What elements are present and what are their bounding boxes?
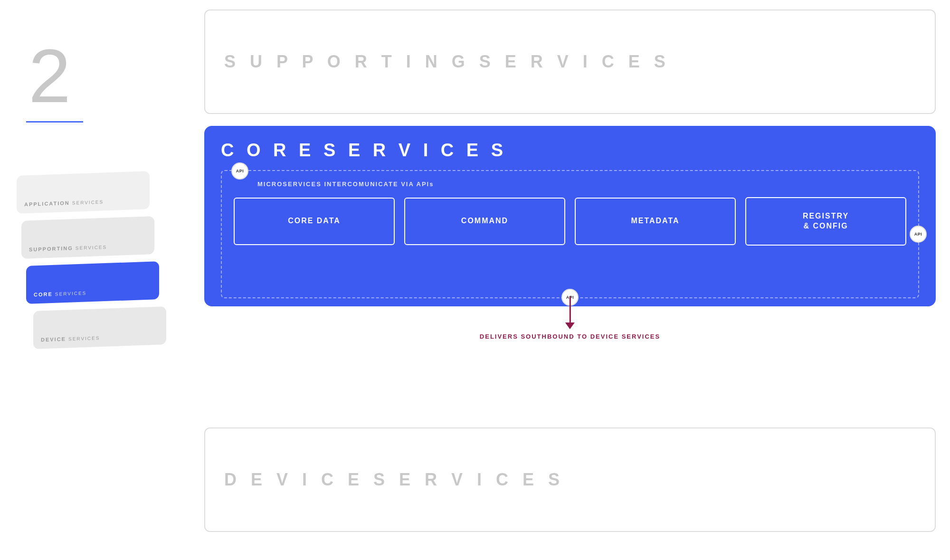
main-area: S U P P O R T I N G S E R V I C E S C O … <box>190 0 950 560</box>
core-services-title: C O R E S E R V I C E S <box>221 140 919 161</box>
card-device: DEVICE SERVICES <box>33 306 166 349</box>
microservices-container: API API API MICROSERVICES INTERCOMUNICAT… <box>221 170 919 298</box>
arrow-line <box>569 296 570 323</box>
card-supporting-label: SUPPORTING SERVICES <box>29 244 107 253</box>
microservices-label: MICROSERVICES INTERCOMUNICATE VIA APIs <box>234 180 906 188</box>
card-supporting: SUPPORTING SERVICES <box>21 216 154 259</box>
service-box-registry-config: REGISTRY& CONFIG <box>745 197 906 246</box>
service-box-command: COMMAND <box>404 198 565 245</box>
api-badge-right: API <box>910 226 927 243</box>
card-core: CORE SERVICES <box>26 261 159 304</box>
api-badge-left: API <box>231 162 248 180</box>
card-application-label: APPLICATION SERVICES <box>24 199 104 208</box>
cards-stack: APPLICATION SERVICES SUPPORTING SERVICES… <box>14 147 176 347</box>
service-box-metadata: METADATA <box>575 198 736 245</box>
services-row: CORE DATA COMMAND METADATA REGISTRY& CON… <box>234 197 906 246</box>
step-underline <box>26 121 83 123</box>
service-box-core-data: CORE DATA <box>234 198 395 245</box>
arrow-head <box>565 323 575 329</box>
supporting-section: S U P P O R T I N G S E R V I C E S <box>204 9 936 114</box>
core-services-box: C O R E S E R V I C E S API API API MICR… <box>204 126 936 306</box>
card-application: APPLICATION SERVICES <box>17 171 150 214</box>
supporting-section-title: S U P P O R T I N G S E R V I C E S <box>224 52 670 72</box>
arrow-label: DELIVERS SOUTHBOUND TO DEVICE SERVICES <box>480 333 660 340</box>
device-section: D E V I C E S E R V I C E S <box>204 427 936 532</box>
card-core-label: CORE SERVICES <box>34 290 86 298</box>
device-section-title: D E V I C E S E R V I C E S <box>224 470 564 490</box>
step-number: 2 <box>28 38 68 114</box>
arrow-down-container: DELIVERS SOUTHBOUND TO DEVICE SERVICES <box>480 296 660 340</box>
card-device-label: DEVICE SERVICES <box>41 335 100 343</box>
